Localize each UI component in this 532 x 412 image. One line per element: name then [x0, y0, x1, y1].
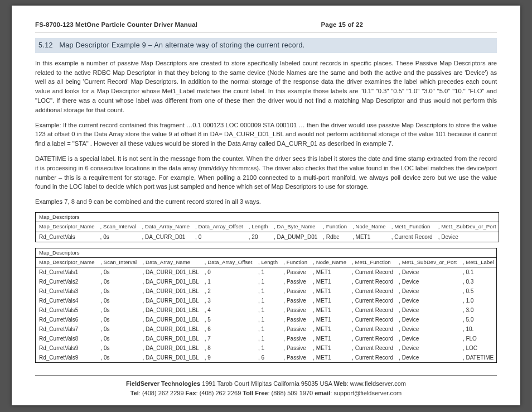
table-cell: , Scan_Interval	[97, 222, 139, 232]
table-cell: Rd_CurretVals2	[36, 277, 98, 286]
table-cell: , Passive	[280, 277, 309, 286]
table-cell: , 0s	[97, 286, 139, 296]
table-cell: , Current Record	[349, 277, 395, 286]
table-cell: , 1	[255, 305, 280, 315]
table-cell: Rd_CurretVals4	[36, 296, 98, 305]
table-cell: , 1	[255, 286, 280, 296]
table-cell: , 0s	[97, 232, 139, 242]
footer-email-label: email	[315, 390, 330, 396]
table-cell: , Passive	[280, 324, 309, 334]
table-cell: , Data_Array_Name	[138, 222, 192, 232]
table-cell: , Length	[255, 258, 280, 267]
table-row: Rd_CurretVals2, 0s, DA_CURR_D01_LBL, 1, …	[36, 277, 497, 286]
table-cell: , Data_Array_Offset	[201, 258, 255, 267]
footer-fax-label: Fax	[186, 390, 196, 396]
paragraph: Example: If the current record contained…	[35, 121, 497, 148]
page-header: FS-8700-123 MetOne Particle Counter Driv…	[35, 20, 497, 30]
table-cell: Rd_CurretVals1	[36, 267, 98, 277]
table-cell: , DA_CURR_D01_LBL	[139, 267, 201, 277]
table-cell: , Current Record	[349, 324, 395, 334]
table-cell: , 1	[255, 343, 280, 353]
table-cell: , Device	[395, 334, 460, 343]
table-cell: Rd_CurretVals3	[36, 286, 98, 296]
table-cell: , Device	[395, 277, 460, 286]
table-cell: , DA_CURR_D01_LBL	[139, 343, 201, 353]
footer-email: : support@fieldserver.com	[330, 390, 402, 396]
table-cell: , Device	[395, 267, 460, 277]
table-cell: , 1	[255, 334, 280, 343]
table-cell: Rd_CurretVals	[36, 232, 97, 242]
section-heading: 5.12 Map Descriptor Example 9 – An alter…	[35, 38, 497, 53]
footer-tollfree-label: Toll Free	[243, 390, 268, 396]
table-cell: , 1	[201, 277, 255, 286]
table-cell: , FLO	[460, 334, 497, 343]
config-table-2: Map_Descriptors Map_Descriptor_Name, Sca…	[35, 248, 497, 363]
table-cell: , Current Record	[349, 353, 395, 363]
table-cell: , 3	[201, 296, 255, 305]
table-cell: , Function	[280, 258, 309, 267]
table-cell: , Node_Name	[309, 258, 349, 267]
table-cell: , Device	[435, 232, 499, 242]
table-cell: , 0	[201, 267, 255, 277]
table-cell: , MET1	[309, 315, 349, 324]
table-cell: , 20	[245, 232, 270, 242]
table-cell: , 1	[255, 296, 280, 305]
table-cell: , Passive	[280, 334, 309, 343]
table-row: Rd_CurretVals9, 0s, DA_CURR_D01_LBL, 9, …	[36, 353, 497, 363]
table-cell: , 7	[201, 334, 255, 343]
table-cell: Rd_CurretVals7	[36, 324, 98, 334]
table-cell: , Device	[395, 286, 460, 296]
page-footer: FieldServer Technologies 1991 Tarob Cour…	[35, 375, 497, 397]
table-cell: , 6	[201, 324, 255, 334]
table-cell: , 0s	[97, 277, 139, 286]
table-cell: , MET1	[309, 343, 349, 353]
table-cell: , 0s	[97, 343, 139, 353]
table-row: Rd_CurretVals8, 0s, DA_CURR_D01_LBL, 7, …	[36, 334, 497, 343]
table-cell: , Current Record	[349, 286, 395, 296]
table-cell: Rd_CurretVals9	[36, 343, 98, 353]
table-cell: , Rdbc	[320, 232, 349, 242]
table-cell: , Current Record	[349, 296, 395, 305]
table-cell: , MET1	[309, 277, 349, 286]
table-cell: , DA_CURR_D01_LBL	[139, 334, 201, 343]
table-cell: , Passive	[280, 286, 309, 296]
doc-title: FS-8700-123 MetOne Particle Counter Driv…	[35, 20, 197, 30]
footer-tel: : (408) 262 2299	[139, 390, 186, 396]
table-cell: Rd_CurretVals9	[36, 353, 98, 363]
table-title: Map_Descriptors	[36, 213, 499, 222]
table-cell: , 4	[201, 305, 255, 315]
table-cell: , DA_CURR_D01_LBL	[139, 286, 201, 296]
table-cell: Rd_CurretVals6	[36, 315, 98, 324]
table-cell: , 2	[201, 286, 255, 296]
footer-company: FieldServer Technologies	[126, 380, 200, 387]
table-cell: Map_Descriptor_Name	[36, 222, 97, 232]
footer-tollfree: : (888) 509 1970	[268, 390, 315, 396]
table-cell: , Passive	[280, 343, 309, 353]
table-title: Map_Descriptors	[36, 248, 497, 257]
table-cell: , MET1	[309, 334, 349, 343]
table-cell: , 6	[255, 353, 280, 363]
table-cell: , 0	[192, 232, 245, 242]
table-cell: , Device	[395, 296, 460, 305]
table-cell: , 1	[255, 277, 280, 286]
table-cell: , Device	[395, 305, 460, 315]
table-cell: , 8	[201, 343, 255, 353]
footer-web-label: Web	[334, 380, 347, 387]
table-cell: , DA_CURR_D01_LBL	[139, 305, 201, 315]
footer-address: 1991 Tarob Court Milpitas California 950…	[200, 380, 334, 387]
table-cell: , Passive	[280, 267, 309, 277]
table-cell: , DA_Byte_Name	[270, 222, 320, 232]
table-cell: , MET1	[309, 353, 349, 363]
table-cell: , Passive	[280, 315, 309, 324]
footer-fax: : (408) 262 2269	[196, 390, 243, 396]
header-rule	[35, 32, 497, 32]
table-cell: , Passive	[280, 305, 309, 315]
table-cell: Rd_CurretVals8	[36, 334, 98, 343]
table-cell: , 0s	[97, 315, 139, 324]
table-cell: , DA_DUMP_D01	[270, 232, 320, 242]
table-cell: , Current Record	[349, 334, 395, 343]
table-row: Rd_CurretVals5, 0s, DA_CURR_D01_LBL, 4, …	[36, 305, 497, 315]
table-cell: , 0.1	[460, 267, 497, 277]
table-cell: , DA_CURR_D01_LBL	[139, 296, 201, 305]
table-row: Rd_CurretVals9, 0s, DA_CURR_D01_LBL, 8, …	[36, 343, 497, 353]
